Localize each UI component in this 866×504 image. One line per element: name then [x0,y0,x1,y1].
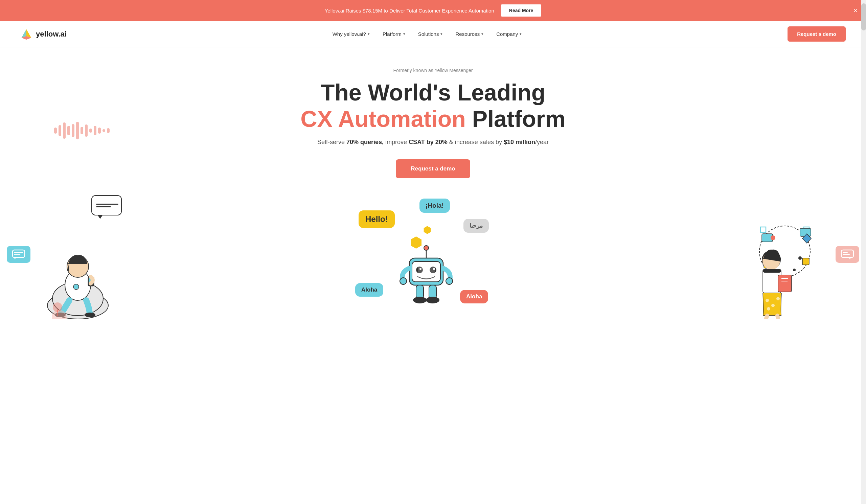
svg-rect-35 [418,262,435,281]
person-left-illustration [41,217,115,319]
svg-rect-3 [12,250,25,257]
nav-item-company: Company ▾ [491,28,526,40]
person-right-illustration: ☎ [710,211,825,319]
nav-links: Why yellow.ai? ▾ Platform ▾ Solutions ▾ … [328,28,527,40]
chat-bubble-icon-right [841,249,854,259]
hello-bubble: Hello! [358,210,395,228]
nav-item-platform: Platform ▾ [378,28,410,40]
illustration-area: Hello! ¡Hola! مرحبا [0,192,866,320]
svg-rect-44 [802,258,809,265]
chat-message-bubble [91,195,122,215]
aloha-bubble-1: Aloha [355,283,383,296]
nav-link-solutions[interactable]: Solutions ▾ [413,28,447,40]
nav-link-platform[interactable]: Platform ▾ [378,28,410,40]
nav-link-company[interactable]: Company ▾ [491,28,526,40]
svg-point-58 [776,297,780,300]
svg-point-46 [770,235,775,240]
chevron-down-icon: ▾ [441,32,443,36]
hero-section: Formerly known as Yellow Messenger The W… [0,47,866,185]
hero-platform-text: Platform [472,106,566,132]
chat-bubble-icon-left [12,249,25,259]
nav-link-why-yellowai[interactable]: Why yellow.ai? ▾ [328,28,375,40]
chevron-down-icon: ▾ [403,32,405,36]
navbar: yellow.ai Why yellow.ai? ▾ Platform ▾ So… [0,21,866,47]
svg-point-15 [85,313,96,317]
arabic-bubble: مرحبا [464,219,489,233]
hero-title-line1: The World's Leading [7,79,859,105]
logo-icon [20,28,32,40]
svg-point-18 [53,302,62,312]
hero-title: The World's Leading CX Automation Platfo… [7,79,859,132]
float-chat-icon-right [835,246,859,263]
svg-rect-53 [778,275,791,292]
svg-point-30 [446,278,453,284]
nav-item-resources: Resources ▾ [451,28,488,40]
person-left [41,217,115,320]
person-right: ☎ [710,211,825,320]
center-robot-area: Hello! ¡Hola! مرحبا [345,192,521,320]
svg-rect-62 [841,250,854,257]
hero-cx-automation: CX Automation [300,106,472,132]
read-more-button[interactable]: Read More [501,4,542,16]
nav-item-why-yellowai: Why yellow.ai? ▾ [328,28,375,40]
svg-line-61 [777,316,778,318]
svg-point-28 [424,246,429,250]
float-chat-icon-left [7,246,31,263]
svg-point-47 [798,256,802,260]
nav-link-resources[interactable]: Resources ▾ [451,28,488,40]
robot-illustration [399,231,453,310]
svg-rect-37 [760,227,766,232]
logo-text: yellow.ai [36,30,67,38]
logo[interactable]: yellow.ai [20,28,67,40]
svg-point-48 [793,269,796,271]
svg-point-56 [766,299,769,302]
close-banner-button[interactable]: × [852,5,859,15]
announcement-banner: Yellow.ai Raises $78.15M to Deliver Tota… [0,0,866,21]
svg-line-60 [766,316,767,318]
svg-point-59 [767,307,770,311]
formerly-known-text: Formerly known as Yellow Messenger [7,68,859,73]
svg-rect-52 [763,269,781,273]
nav-request-demo-button[interactable]: Request a demo [788,26,846,42]
chevron-down-icon: ▾ [520,32,522,36]
hero-subtitle: Self-serve 70% queries, improve CSAT by … [7,137,859,147]
svg-point-33 [413,296,426,303]
hola-bubble: ¡Hola! [420,199,450,213]
svg-point-34 [426,296,440,303]
svg-point-10 [74,284,79,290]
announcement-text: Yellow.ai Raises $78.15M to Deliver Tota… [325,8,494,13]
nav-item-solutions: Solutions ▾ [413,28,447,40]
scrollbar[interactable] [861,0,866,320]
scrollbar-thumb[interactable] [861,3,866,31]
hero-title-line2: CX Automation Platform [7,105,859,132]
svg-point-57 [771,304,775,307]
sound-wave-decoration [54,122,110,139]
chevron-down-icon: ▾ [368,32,370,36]
hero-request-demo-button[interactable]: Request a demo [396,159,470,178]
aloha-bubble-2: Aloha [460,290,488,303]
chevron-down-icon: ▾ [481,32,484,36]
svg-point-29 [400,278,407,284]
